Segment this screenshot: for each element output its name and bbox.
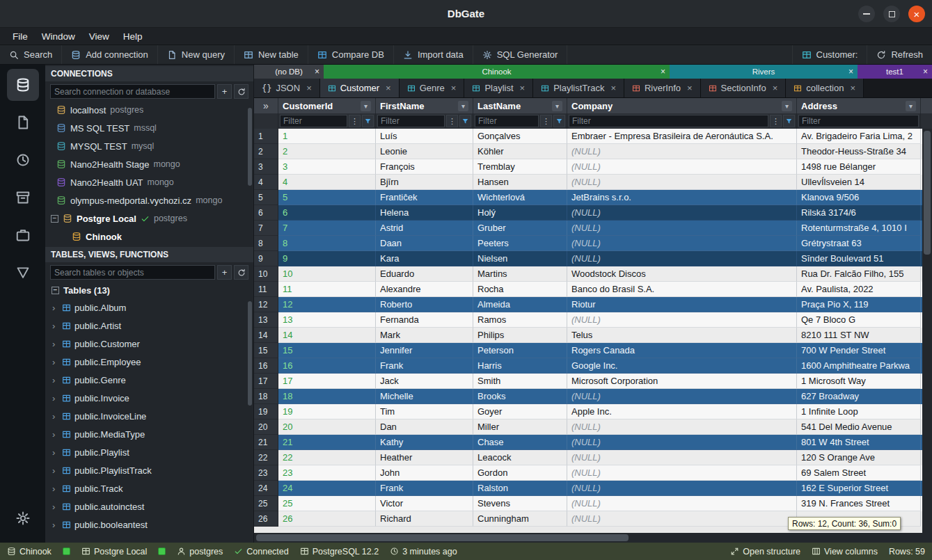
cell-firstname[interactable]: Frantiĉek <box>376 190 473 205</box>
row-number[interactable]: 24 <box>254 481 278 496</box>
cell-company[interactable]: Embraer - Empresa Brasileira de Aeronáut… <box>567 129 797 144</box>
chevron-right-icon[interactable]: › <box>52 447 58 458</box>
cell-lastname[interactable]: Cunningham <box>473 511 567 527</box>
cell-company[interactable]: (NULL) <box>567 251 797 266</box>
cell-company[interactable]: Microsoft Corporation <box>567 374 797 389</box>
status-chinook[interactable]: Chinook <box>7 547 52 557</box>
toolbar-sql-generator[interactable]: SQL Generator <box>473 45 568 64</box>
cell-address[interactable]: Av. Paulista, 2022 <box>797 282 921 297</box>
close-icon[interactable]: × <box>687 83 693 93</box>
cell-company[interactable]: (NULL) <box>567 159 797 175</box>
cell-firstname[interactable]: John <box>376 465 473 481</box>
tab-genre[interactable]: Genre× <box>400 79 465 97</box>
filter-funnel-button[interactable] <box>783 115 795 127</box>
table-row[interactable]: 1919TimGoyerApple Inc.1 Infinite Loop <box>254 404 932 419</box>
close-icon[interactable]: × <box>315 67 319 77</box>
cell-customerid[interactable]: 24 <box>278 481 376 496</box>
close-icon[interactable]: × <box>610 83 616 93</box>
row-number[interactable]: 4 <box>254 175 278 190</box>
table-item-public-track[interactable]: ›public.Track <box>45 479 253 497</box>
cell-firstname[interactable]: Leonie <box>376 144 473 159</box>
rail-history[interactable] <box>7 144 39 176</box>
table-row[interactable]: 2020DanMiller(NULL)541 Del Medio Avenue <box>254 419 932 435</box>
collapse-expander-icon[interactable]: − <box>51 215 58 223</box>
table-item-public-playlisttrack[interactable]: ›public.PlaylistTrack <box>45 461 253 479</box>
close-icon[interactable]: × <box>520 83 526 93</box>
cell-address[interactable]: 700 W Pender Street <box>797 343 921 358</box>
column-header-firstname[interactable]: FirstName▾ <box>376 98 473 113</box>
close-icon[interactable]: × <box>850 83 855 93</box>
connection-item-nano2health-stage[interactable]: Nano2Health Stagemongo <box>45 155 253 173</box>
table-row[interactable]: 1717JackSmithMicrosoft Corporation1 Micr… <box>254 374 932 389</box>
table-row[interactable]: 77AstridGruber(NULL)Rotenturmstraße 4, 1… <box>254 221 932 236</box>
cell-address[interactable]: 541 Del Medio Avenue <box>797 419 921 435</box>
row-number[interactable]: 9 <box>254 251 278 266</box>
toolbar-customer[interactable]: Customer: <box>792 45 867 64</box>
filter-funnel-button[interactable] <box>362 115 374 127</box>
cell-firstname[interactable]: Alexandre <box>376 282 473 297</box>
cell-company[interactable]: (NULL) <box>567 481 797 496</box>
refresh-tables-button[interactable] <box>234 265 248 280</box>
row-number[interactable]: 12 <box>254 297 278 312</box>
chevron-right-icon[interactable]: › <box>52 411 58 422</box>
sidebar-scrollbar-thumb[interactable] <box>248 108 252 186</box>
close-icon[interactable]: × <box>773 83 778 93</box>
table-item-public-employee[interactable]: ›public.Employee <box>45 353 253 371</box>
cell-customerid[interactable]: 12 <box>278 297 376 312</box>
close-icon[interactable]: × <box>848 67 853 77</box>
status-postgres[interactable]: postgres <box>177 547 223 557</box>
add-connection-small-button[interactable]: + <box>217 84 232 99</box>
connection-item-localhost[interactable]: localhostpostgres <box>45 101 253 119</box>
status-3-minutes-ago[interactable]: 3 minutes ago <box>390 547 457 557</box>
menu-view[interactable]: View <box>82 30 116 43</box>
row-number[interactable]: 3 <box>254 159 278 175</box>
cell-firstname[interactable]: Richard <box>376 511 473 527</box>
cell-address[interactable]: 1 Infinite Loop <box>797 404 921 419</box>
cell-lastname[interactable]: Nielsen <box>473 251 567 266</box>
rail-connections[interactable] <box>7 69 39 101</box>
table-row[interactable]: 88DaanPeeters(NULL)Grétrystraat 63 <box>254 236 932 251</box>
filter-menu-button[interactable]: ⋮ <box>540 115 552 127</box>
cell-customerid[interactable]: 1 <box>278 129 376 144</box>
toolbar-new-query[interactable]: New query <box>158 45 235 64</box>
cell-company[interactable]: Telus <box>567 328 797 343</box>
table-row[interactable]: 1515JenniferPetersonRogers Canada700 W P… <box>254 343 932 358</box>
table-item-public-playlist[interactable]: ›public.Playlist <box>45 443 253 461</box>
table-row[interactable]: 1010EduardoMartinsWoodstock DiscosRua Dr… <box>254 266 932 282</box>
cell-customerid[interactable]: 23 <box>278 465 376 481</box>
cell-address[interactable]: 627 Broadway <box>797 389 921 404</box>
tab-riverinfo[interactable]: RiverInfo× <box>624 79 701 97</box>
cell-customerid[interactable]: 20 <box>278 419 376 435</box>
add-table-small-button[interactable]: + <box>217 265 232 280</box>
chevron-down-icon[interactable]: ▾ <box>552 101 562 111</box>
table-row[interactable]: 2424FrankRalston(NULL)162 E Superior Str… <box>254 481 932 496</box>
row-number[interactable]: 13 <box>254 312 278 328</box>
chevron-right-icon[interactable]: › <box>52 502 58 512</box>
chevron-down-icon[interactable]: ▾ <box>361 101 371 111</box>
refresh-connections-button[interactable] <box>234 84 248 99</box>
cell-lastname[interactable]: Tremblay <box>473 159 567 175</box>
cell-lastname[interactable]: Rocha <box>473 282 567 297</box>
cell-company[interactable]: Riotur <box>567 297 797 312</box>
cell-company[interactable]: JetBrains s.r.o. <box>567 190 797 205</box>
cell-lastname[interactable]: Smith <box>473 374 567 389</box>
cell-company[interactable]: (NULL) <box>567 389 797 404</box>
minimize-button[interactable] <box>858 6 875 22</box>
rail-filters[interactable] <box>7 257 39 289</box>
cell-customerid[interactable]: 11 <box>278 282 376 297</box>
cell-company[interactable]: (NULL) <box>567 205 797 221</box>
cell-lastname[interactable]: Gordon <box>473 465 567 481</box>
table-item-public-invoice[interactable]: ›public.Invoice <box>45 389 253 407</box>
connection-item-olympus-medportal-vychozi-cz[interactable]: olympus-medportal.vychozi.czmongo <box>45 191 253 209</box>
table-row[interactable]: 1414MarkPhilipsTelus8210 111 ST NW <box>254 328 932 343</box>
chevron-right-icon[interactable]: › <box>52 339 58 349</box>
cell-company[interactable]: Woodstock Discos <box>567 266 797 282</box>
close-icon[interactable]: × <box>923 67 928 77</box>
row-number[interactable]: 1 <box>254 129 278 144</box>
table-row[interactable]: 2323JohnGordon(NULL)69 Salem Street <box>254 465 932 481</box>
toolbar-new-table[interactable]: New table <box>235 45 308 64</box>
cell-company[interactable]: (NULL) <box>567 465 797 481</box>
cell-firstname[interactable]: Luís <box>376 129 473 144</box>
close-icon[interactable]: × <box>306 83 312 93</box>
rail-files[interactable] <box>7 106 39 138</box>
